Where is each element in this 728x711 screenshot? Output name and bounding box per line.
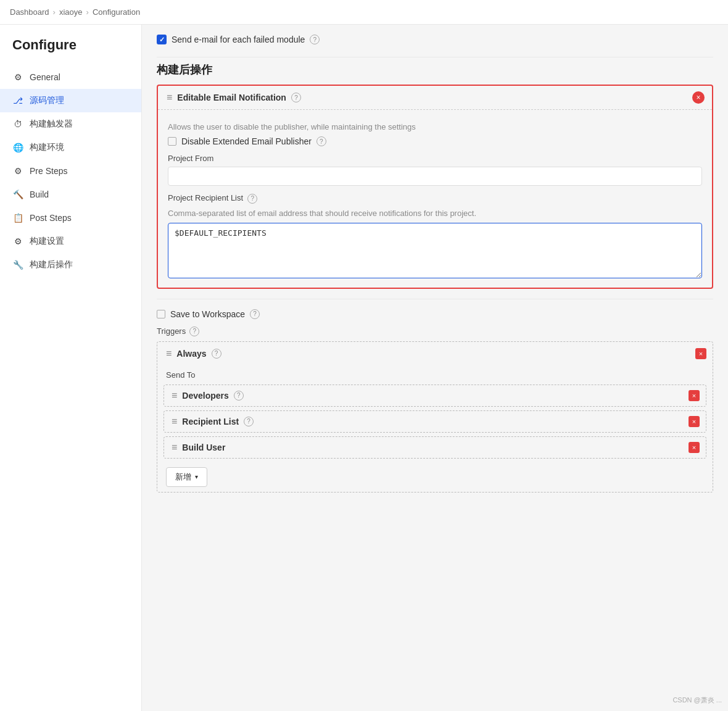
sidebar-label-post-build: 构建后操作 — [30, 259, 73, 270]
sidebar-label-source: 源码管理 — [30, 95, 64, 106]
always-title: Always — [176, 349, 206, 359]
plugin-help-icon[interactable]: ? — [291, 93, 301, 102]
breadcrumb-sep1: › — [53, 7, 56, 17]
sidebar-label-build-settings: 构建设置 — [30, 236, 64, 247]
plugin-header: ≡ Editable Email Notification ? × — [158, 86, 712, 110]
chevron-down-icon: ▾ — [195, 473, 198, 480]
developers-drag-icon[interactable]: ≡ — [172, 390, 177, 401]
plugin-title: Editable Email Notification — [177, 93, 286, 102]
triggers-help-icon[interactable]: ? — [189, 326, 199, 336]
developers-close-button[interactable]: × — [689, 390, 700, 401]
sidebar-label-build: Build — [30, 189, 49, 199]
developers-title: Developers — [182, 391, 228, 401]
clock-icon: ⏱ — [12, 118, 23, 130]
email-checkbox-row: Send e-mail for each failed module ? — [157, 25, 713, 52]
recipient-list-label: Project Recipient List ? — [168, 193, 702, 204]
watermark: CSDN @萧炎 ... — [672, 696, 722, 705]
sidebar-item-post-build[interactable]: 🔧 构建后操作 — [0, 253, 141, 276]
build-user-header: ≡ Build User × — [164, 437, 706, 458]
build-user-block: ≡ Build User × — [163, 436, 706, 459]
disable-help-icon[interactable]: ? — [316, 136, 326, 146]
save-workspace-label: Save to Workspace — [170, 309, 245, 319]
sidebar-label-env: 构建环境 — [30, 142, 64, 153]
drag-icon[interactable]: ≡ — [167, 92, 172, 103]
globe-icon: 🌐 — [12, 142, 23, 153]
sidebar-item-general[interactable]: ⚙ General — [0, 65, 141, 89]
always-block: ≡ Always ? × Send To ≡ Developers ? × ≡ — [157, 341, 713, 493]
developers-help-icon[interactable]: ? — [234, 391, 244, 401]
breadcrumb: Dashboard › xiaoye › Configuration — [0, 0, 728, 25]
plugin-hint: Allows the user to disable the publisher… — [168, 122, 702, 131]
sidebar-item-pre-steps[interactable]: ⚙ Pre Steps — [0, 159, 141, 183]
settings-icon: ⚙ — [12, 165, 23, 177]
sidebar-item-build-env[interactable]: 🌐 构建环境 — [0, 136, 141, 159]
recipient-list-close-button[interactable]: × — [689, 416, 700, 427]
recipient-hint: Comma-separated list of email address th… — [168, 209, 702, 218]
build-user-drag-icon[interactable]: ≡ — [172, 442, 177, 453]
developers-header: ≡ Developers ? × — [164, 385, 706, 406]
disable-checkbox[interactable] — [168, 137, 176, 146]
mid-divider — [157, 299, 713, 299]
breadcrumb-xiaoye[interactable]: xiaoye — [59, 7, 83, 17]
recipient-list-header: ≡ Recipient List ? × — [164, 411, 706, 432]
build-user-close-button[interactable]: × — [689, 442, 700, 453]
breadcrumb-dashboard[interactable]: Dashboard — [10, 7, 49, 17]
email-help-icon[interactable]: ? — [310, 35, 320, 44]
save-workspace-row: Save to Workspace ? — [157, 309, 713, 319]
sidebar-item-source-management[interactable]: ⎇ 源码管理 — [0, 89, 141, 112]
sidebar-item-post-steps[interactable]: 📋 Post Steps — [0, 206, 141, 230]
disable-checkbox-row: Disable Extended Email Publisher ? — [168, 136, 702, 146]
sidebar-label-trigger: 构建触发器 — [30, 118, 73, 130]
project-from-input[interactable] — [168, 167, 702, 186]
sidebar-title: Configure — [0, 37, 141, 65]
tool-icon: 🔧 — [12, 259, 23, 270]
gear2-icon: ⚙ — [12, 236, 23, 247]
sidebar-label-general: General — [30, 72, 60, 82]
save-workspace-checkbox[interactable] — [157, 310, 165, 318]
build-user-title: Build User — [182, 443, 225, 452]
plugin-inner: Allows the user to disable the publisher… — [158, 110, 712, 288]
save-workspace-help-icon[interactable]: ? — [250, 309, 260, 319]
always-header: ≡ Always ? × — [157, 342, 713, 365]
steps-icon: 📋 — [12, 212, 23, 223]
email-checkbox[interactable] — [157, 35, 167, 44]
always-close-button[interactable]: × — [695, 348, 706, 359]
email-checkbox-label: Send e-mail for each failed module — [172, 35, 305, 44]
send-to-label: Send To — [166, 370, 704, 380]
project-from-label: Project From — [168, 154, 702, 163]
recipient-list-block: ≡ Recipient List ? × — [163, 410, 706, 433]
add-button-label: 新增 — [175, 472, 191, 483]
plugin-close-button[interactable]: × — [692, 91, 705, 104]
always-drag-icon[interactable]: ≡ — [166, 348, 172, 359]
main-content: Send e-mail for each failed module ? 构建后… — [142, 25, 728, 711]
triggers-label: Triggers ? — [157, 326, 713, 336]
recipient-help-icon[interactable]: ? — [247, 194, 257, 204]
always-help-icon[interactable]: ? — [212, 349, 221, 359]
recipient-list-title: Recipient List — [182, 417, 239, 426]
sidebar-label-pre-steps: Pre Steps — [30, 166, 67, 176]
sidebar: Configure ⚙ General ⎇ 源码管理 ⏱ 构建触发器 🌐 构建环… — [0, 25, 142, 711]
sidebar-item-build[interactable]: 🔨 Build — [0, 183, 141, 206]
plugin-block: ≡ Editable Email Notification ? × Allows… — [157, 85, 713, 289]
add-button[interactable]: 新增 ▾ — [166, 467, 207, 487]
disable-label: Disable Extended Email Publisher — [181, 136, 312, 146]
sidebar-label-post-steps: Post Steps — [30, 213, 72, 223]
hammer-icon: 🔨 — [12, 189, 23, 200]
branch-icon: ⎇ — [12, 95, 23, 106]
breadcrumb-configuration[interactable]: Configuration — [93, 7, 140, 17]
sidebar-item-build-trigger[interactable]: ⏱ 构建触发器 — [0, 112, 141, 136]
recipient-list-drag-icon[interactable]: ≡ — [172, 416, 177, 427]
recipient-textarea[interactable]: $DEFAULT_RECIPIENTS — [168, 223, 702, 278]
section-title: 构建后操作 — [157, 62, 713, 77]
gear-icon: ⚙ — [12, 72, 23, 83]
recipient-list-help-icon[interactable]: ? — [244, 417, 254, 426]
developers-block: ≡ Developers ? × — [163, 385, 706, 407]
sidebar-item-build-settings[interactable]: ⚙ 构建设置 — [0, 230, 141, 253]
top-divider — [157, 57, 713, 57]
breadcrumb-sep2: › — [86, 7, 89, 17]
